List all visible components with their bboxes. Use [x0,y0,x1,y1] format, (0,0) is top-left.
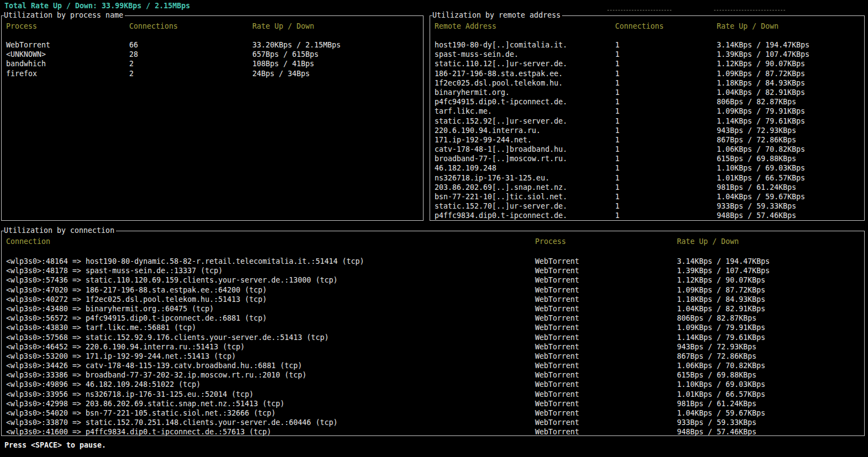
remote-address-cell: binaryhermit.org. [435,88,567,97]
remote-address-cell: 186-217-196-88.sta.estpak.ee. [435,69,567,78]
remote-address-cell: static.152.92[..]ur-server.de. [435,116,567,126]
connection-process-cell: WebTorrent [535,352,579,361]
connection-rate-cell: 933Bps / 59.33KBps [677,418,770,427]
connection-rate-cell: 1.06KBps / 70.82KBps [677,361,770,370]
col-header-connections: Connections [129,22,178,31]
remote-rate-cell: 943Bps / 72.93KBps [717,126,809,135]
remote-connections-cell: 1 [615,50,620,59]
connection-process-cell: WebTorrent [535,257,579,266]
panel-connection: Utilization by connection Connection Pro… [1,231,865,436]
connection-rate-cell: 1.39KBps / 107.47KBps [677,266,770,275]
process-connections-cell: 2 [129,69,138,78]
remote-connections-cell: 1 [615,40,620,50]
remote-address-cell: p4fc94915.dip0.t-ipconnect.de. [435,97,567,107]
col-header-connections: Connections [615,22,664,31]
remote-address-cell: broadband-77-[..]moscow.rt.ru. [435,154,567,163]
connection-rate-cell: 1.09KBps / 79.91KBps [677,323,770,332]
connection-rate-cell: 1.18KBps / 84.93KBps [677,295,770,304]
col-header-rate: Rate Up / Down [252,22,314,31]
connection-process-cell: WebTorrent [535,275,579,285]
remote-rate-column: 3.14KBps / 194.47KBps1.39KBps / 107.47KB… [717,40,809,221]
connection-process-cell: WebTorrent [535,390,579,399]
remote-connections-cell: 1 [615,192,620,201]
connection-rate-cell: 1.01KBps / 66.57KBps [677,390,770,399]
connection-rate-cell: 3.14KBps / 194.47KBps [677,257,770,266]
remote-rate-cell: 1.09KBps / 87.72KBps [717,69,809,78]
connection-cell: <wlp3s0>:43830 => tarf.likc.me.:56881 (t… [6,323,364,332]
panel-connection-title: Utilization by connection [4,226,116,235]
connection-cell: <wlp3s0>:48178 => spast-muss-sein.de.:13… [6,266,364,275]
remote-address-cell: bsn-77-221-10[..]tic.siol.net. [435,192,567,201]
connection-cell: <wlp3s0>:34426 => catv-178-48-115-139.ca… [6,361,364,370]
connection-process-cell: WebTorrent [535,285,579,295]
connection-rate-cell: 615Bps / 69.88KBps [677,370,770,380]
process-name-cell: firefox [6,69,50,78]
connection-cell: <wlp3s0>:53200 => 171.ip-192-99-244.net.… [6,352,364,361]
remote-connections-cell: 1 [615,78,620,88]
panel-remote-address: Utilization by remote address Remote Add… [430,15,865,221]
connection-cell: <wlp3s0>:43480 => binaryhermit.org.:6047… [6,304,364,313]
remote-rate-cell: 3.14KBps / 194.47KBps [717,40,809,50]
panel-process-title: Utilization by process name [4,11,125,19]
connection-process-cell: WebTorrent [535,295,579,304]
connection-rate-cell: 1.10KBps / 69.03KBps [677,380,770,389]
process-rate-cell: 33.20KBps / 2.15MBps [252,40,341,50]
remote-connections-cell: 1 [615,97,620,107]
remote-rate-cell: 1.14KBps / 79.61KBps [717,116,809,126]
process-rate-cell: 657Bps / 615Bps [252,50,341,59]
remote-rate-cell: 1.39KBps / 107.47KBps [717,50,809,59]
border-artifact [714,10,785,10]
process-name-cell: <UNKNOWN> [6,50,50,59]
remote-connections-cell: 1 [615,183,620,192]
connection-cell: <wlp3s0>:33386 => broadband-77-37-202-32… [6,370,364,380]
connection-process-cell: WebTorrent [535,370,579,380]
process-connections-cell: 28 [129,50,138,59]
process-name-cell: WebTorrent [6,40,50,50]
connection-rate-cell: 1.14KBps / 79.61KBps [677,333,770,342]
remote-rate-cell: 1.01KBps / 66.57KBps [717,173,809,183]
remote-connections-cell: 1 [615,163,620,173]
remote-address-cell: static.152.70[..]ur-server.de. [435,201,567,211]
col-header-process: Process [6,22,37,31]
remote-address-column: host190-80-dy[..]comitalia.it.spast-muss… [435,40,567,221]
connection-rate-cell: 943Bps / 72.93KBps [677,342,770,352]
remote-connections-cell: 1 [615,59,620,68]
process-connections-column: 662822 [129,40,138,78]
process-rate-cell: 24Bps / 34Bps [252,69,341,78]
connection-cell: <wlp3s0>:33870 => static.152.70.251.148.… [6,418,364,427]
connection-rate-cell: 1.12KBps / 90.07KBps [677,275,770,285]
remote-address-cell: catv-178-48-1[..]broadband.hu. [435,145,567,154]
col-header-remote-address: Remote Address [435,22,496,31]
process-connections-cell: 66 [129,40,138,50]
connection-process-cell: WebTorrent [535,333,579,342]
col-header-rate: Rate Up / Down [677,237,739,246]
connection-cell: <wlp3s0>:46452 => 220.6.190.94.interra.r… [6,342,364,352]
connection-rate-cell: 948Bps / 57.46KBps [677,427,770,437]
remote-connections-cell: 1 [615,145,620,154]
remote-connections-cell: 1 [615,116,620,126]
remote-connections-column: 1111111111111111111 [615,40,620,221]
connection-process-cell: WebTorrent [535,418,579,427]
remote-address-cell: tarf.likc.me. [435,107,567,116]
connection-process-cell: WebTorrent [535,380,579,389]
remote-rate-cell: 1.04KBps / 59.67KBps [717,192,809,201]
col-header-rate: Rate Up / Down [717,22,779,31]
remote-rate-cell: 1.06KBps / 70.82KBps [717,145,809,154]
remote-rate-cell: 933Bps / 59.33KBps [717,201,809,211]
border-artifact [607,10,671,10]
connection-cell: <wlp3s0>:54020 => bsn-77-221-105.static.… [6,408,364,418]
connection-rate-cell: 1.09KBps / 87.72KBps [677,285,770,295]
connection-cell: <wlp3s0>:47020 => 186-217-196-88.sta.est… [6,285,364,295]
col-header-process: Process [535,237,566,246]
remote-connections-cell: 1 [615,201,620,211]
connection-rate-cell: 981Bps / 61.24KBps [677,399,770,408]
remote-address-cell: 171.ip-192-99-244.net. [435,135,567,145]
connection-rate-column: 3.14KBps / 194.47KBps1.39KBps / 107.47KB… [677,257,770,437]
remote-rate-cell: 615Bps / 69.88KBps [717,154,809,163]
remote-rate-cell: 1.09KBps / 79.91KBps [717,107,809,116]
connection-column: <wlp3s0>:48164 => host190-80-dynamic.58-… [6,257,364,437]
process-rate-cell: 108Bps / 41Bps [252,59,341,68]
connection-process-cell: WebTorrent [535,313,579,323]
connection-process-cell: WebTorrent [535,399,579,408]
connection-process-cell: WebTorrent [535,304,579,313]
